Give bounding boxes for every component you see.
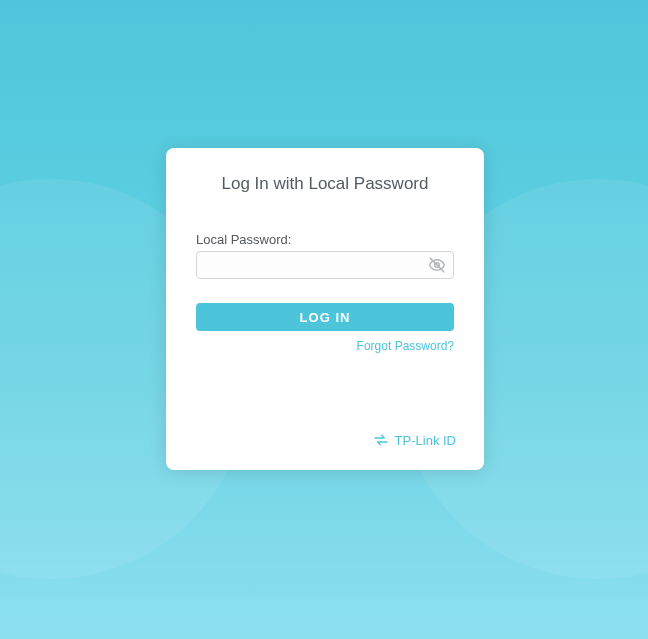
eye-off-icon[interactable] bbox=[428, 256, 446, 274]
password-input-wrap bbox=[196, 251, 454, 279]
password-input[interactable] bbox=[196, 251, 454, 279]
tp-link-id-link[interactable]: TP-Link ID bbox=[373, 432, 456, 448]
login-title: Log In with Local Password bbox=[196, 174, 454, 194]
swap-icon bbox=[373, 432, 389, 448]
login-button[interactable]: LOG IN bbox=[196, 303, 454, 331]
forgot-password-link[interactable]: Forgot Password? bbox=[196, 339, 454, 353]
login-card: Log In with Local Password Local Passwor… bbox=[166, 148, 484, 470]
password-label: Local Password: bbox=[196, 232, 454, 247]
tp-link-id-label: TP-Link ID bbox=[395, 433, 456, 448]
